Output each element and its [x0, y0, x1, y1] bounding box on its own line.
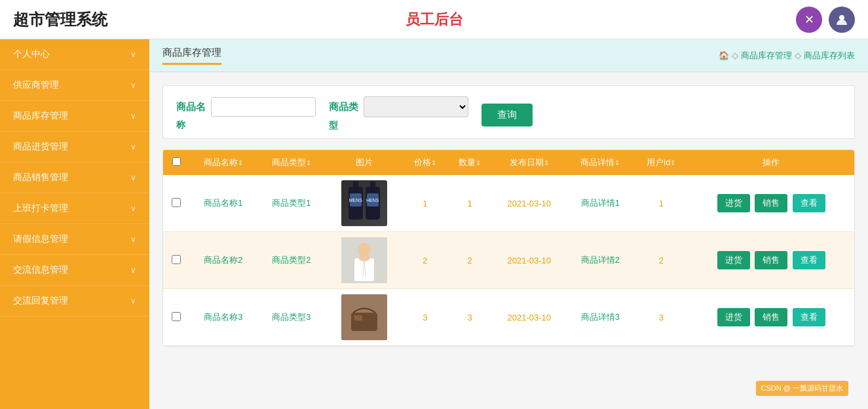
- breadcrumb-list-link[interactable]: 商品库存列表: [804, 50, 855, 62]
- product-name: 商品名称2: [189, 232, 257, 289]
- purchase-button[interactable]: 进货: [717, 308, 750, 326]
- product-detail: 商品详情1: [566, 175, 634, 232]
- product-date: 2021-03-10: [492, 289, 566, 346]
- sell-button[interactable]: 销售: [755, 251, 787, 269]
- product-qty: 1: [447, 175, 492, 232]
- breadcrumb-inventory-link[interactable]: 商品库存管理: [741, 50, 792, 62]
- product-actions: 进货 销售 查看: [688, 232, 854, 289]
- select-all-checkbox[interactable]: [172, 157, 181, 166]
- sell-button[interactable]: 销售: [755, 194, 787, 212]
- sidebar-item-label: 供应商管理: [13, 79, 59, 91]
- sidebar-item-checkin[interactable]: 上班打卡管理 ∨: [0, 193, 149, 224]
- table-row: 商品名称1 商品类型1 MENS HENS: [163, 175, 854, 232]
- sidebar-item-label: 个人中心: [13, 49, 50, 60]
- col-image: 图片: [326, 150, 403, 175]
- app-title: 超市管理系统: [13, 9, 107, 30]
- col-qty: 数量⇕: [447, 150, 492, 175]
- user-button[interactable]: [829, 7, 855, 33]
- table-header-row: 商品名称⇕ 商品类型⇕ 图片 价格⇕ 数量⇕ 发布日期⇕ 商品详情⇕ 用户id⇕…: [163, 150, 854, 175]
- chevron-down-icon: ∨: [130, 265, 136, 275]
- chevron-down-icon: ∨: [130, 235, 136, 244]
- app-subtitle: 员工后台: [406, 10, 463, 29]
- product-type: 商品类型3: [257, 289, 326, 346]
- close-button[interactable]: ✕: [796, 7, 822, 33]
- product-userid: 3: [634, 289, 688, 346]
- sidebar: 个人中心 ∨ 供应商管理 ∨ 商品库存管理 ∨ 商品进货管理 ∨ 商品销售管理 …: [0, 39, 149, 409]
- sidebar-item-purchase[interactable]: 商品进货管理 ∨: [0, 132, 149, 163]
- sub-header: 商品库存管理 🏠 ◇ 商品库存管理 ◇ 商品库存列表: [149, 39, 868, 72]
- chevron-down-icon: ∨: [130, 296, 136, 305]
- col-detail: 商品详情⇕: [566, 150, 634, 175]
- search-name-input[interactable]: [211, 97, 316, 117]
- query-button[interactable]: 查询: [481, 104, 533, 127]
- search-bar: 商品名 称 商品类 商品类型1 商品类型2: [162, 85, 855, 139]
- product-qty: 2: [447, 232, 492, 289]
- product-image: MENS HENS: [326, 175, 403, 232]
- product-userid: 2: [634, 232, 688, 289]
- chevron-down-icon: ∨: [130, 50, 136, 59]
- sidebar-item-inventory[interactable]: 商品库存管理 ∨: [0, 101, 149, 132]
- purchase-button[interactable]: 进货: [717, 194, 750, 212]
- header-icons: ✕: [796, 7, 855, 33]
- table-row: 商品名称2 商品类型2: [163, 232, 854, 289]
- product-userid: 1: [634, 175, 688, 232]
- sidebar-item-sales[interactable]: 商品销售管理 ∨: [0, 163, 149, 193]
- sidebar-item-leave[interactable]: 请假信息管理 ∨: [0, 224, 149, 255]
- chevron-down-icon: ∨: [130, 142, 136, 151]
- product-actions: 进货 销售 查看: [688, 289, 854, 346]
- row-checkbox[interactable]: [172, 198, 181, 207]
- sidebar-item-communication[interactable]: 交流信息管理 ∨: [0, 255, 149, 286]
- table-row: 商品名称3 商品类型3: [163, 289, 854, 346]
- sidebar-item-reply[interactable]: 交流回复管理 ∨: [0, 286, 149, 317]
- search-type-select[interactable]: 商品类型1 商品类型2 商品类型3: [364, 96, 468, 117]
- svg-rect-9: [354, 315, 362, 321]
- col-price: 价格⇕: [403, 150, 447, 175]
- product-image-3: [341, 294, 387, 340]
- view-button[interactable]: 查看: [793, 194, 825, 212]
- col-userid: 用户id⇕: [634, 150, 688, 175]
- main-layout: 个人中心 ∨ 供应商管理 ∨ 商品库存管理 ∨ 商品进货管理 ∨ 商品销售管理 …: [0, 39, 868, 409]
- sell-button[interactable]: 销售: [755, 308, 787, 326]
- search-type-field: 商品类 商品类型1 商品类型2 商品类型3 型: [329, 96, 468, 132]
- csdn-watermark: CSDN @ 一瓢源码甘甜水: [756, 381, 848, 396]
- product-actions: 进货 销售 查看: [688, 175, 854, 232]
- product-image: [326, 289, 403, 346]
- row-checkbox[interactable]: [172, 255, 181, 264]
- product-image-2: [341, 237, 387, 283]
- col-type: 商品类型⇕: [257, 150, 326, 175]
- col-name: 商品名称⇕: [189, 150, 257, 175]
- sidebar-item-personal[interactable]: 个人中心 ∨: [0, 39, 149, 70]
- row-check: [163, 175, 189, 232]
- chevron-down-icon: ∨: [130, 173, 136, 182]
- col-action: 操作: [688, 150, 854, 175]
- tab-inventory[interactable]: 商品库存管理: [162, 47, 221, 65]
- product-name: 商品名称1: [189, 175, 257, 232]
- home-icon[interactable]: 🏠: [719, 50, 729, 60]
- product-price: 1: [403, 175, 447, 232]
- product-detail: 商品详情2: [566, 232, 634, 289]
- product-table: 商品名称⇕ 商品类型⇕ 图片 价格⇕ 数量⇕ 发布日期⇕ 商品详情⇕ 用户id⇕…: [162, 149, 855, 347]
- purchase-button[interactable]: 进货: [717, 251, 750, 269]
- product-image: [326, 232, 403, 289]
- sidebar-item-label: 商品进货管理: [13, 141, 68, 153]
- sidebar-item-label: 交流信息管理: [13, 264, 68, 276]
- col-check: [163, 150, 189, 175]
- page-content: 商品名 称 商品类 商品类型1 商品类型2: [149, 72, 868, 409]
- sidebar-item-supplier[interactable]: 供应商管理 ∨: [0, 70, 149, 101]
- svg-point-0: [839, 15, 844, 20]
- view-button[interactable]: 查看: [793, 308, 825, 326]
- sidebar-item-label: 商品销售管理: [13, 172, 68, 184]
- product-qty: 3: [447, 289, 492, 346]
- product-date: 2021-03-10: [492, 232, 566, 289]
- view-button[interactable]: 查看: [793, 251, 825, 269]
- search-name-label: 商品名: [176, 101, 206, 113]
- row-checkbox[interactable]: [172, 312, 181, 321]
- row-check: [163, 289, 189, 346]
- chevron-down-icon: ∨: [130, 111, 136, 121]
- search-name-sub-label: 称: [176, 119, 185, 131]
- sidebar-item-label: 请假信息管理: [13, 233, 68, 245]
- sidebar-item-label: 商品库存管理: [13, 110, 68, 122]
- row-check: [163, 232, 189, 289]
- search-row: 商品名 称 商品类 商品类型1 商品类型2: [176, 96, 841, 132]
- product-type: 商品类型2: [257, 232, 326, 289]
